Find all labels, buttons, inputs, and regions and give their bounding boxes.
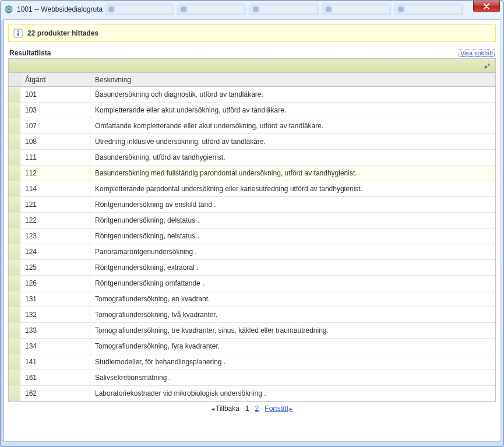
- pager-next[interactable]: Fortsätt: [265, 404, 292, 413]
- table-row[interactable]: 123Röntgenundersökning, helstatus .: [9, 228, 495, 244]
- cell-beskrivning: Basundersökning med fullständig parondon…: [90, 166, 495, 181]
- column-atgard[interactable]: Åtgärd: [20, 73, 90, 86]
- cell-beskrivning: Kompletterande eller akut undersökning, …: [90, 103, 495, 118]
- table-row[interactable]: 103Kompletterande eller akut undersöknin…: [9, 103, 495, 118]
- svg-point-2: [17, 30, 19, 32]
- table-row[interactable]: 112Basundersökning med fullständig paron…: [9, 166, 495, 181]
- table-row[interactable]: 122Röntgenundersökning, delstatus .: [9, 213, 495, 228]
- cell-beskrivning: Tomografiundersökning, tre kvadranter, s…: [90, 323, 495, 338]
- row-selector[interactable]: [9, 87, 20, 102]
- cell-atgard: 101: [20, 87, 90, 102]
- cell-atgard: 103: [20, 103, 90, 118]
- table-row[interactable]: 111Basundersökning, utförd av tandhygien…: [9, 150, 495, 166]
- table-row[interactable]: 161Salivsekretionsmätning .: [9, 370, 495, 386]
- left-dock-stub: [1, 20, 4, 442]
- table-row[interactable]: 133Tomografiundersökning, tre kvadranter…: [9, 323, 495, 339]
- cell-beskrivning: Tomografiundersökning, en kvadrant.: [90, 291, 495, 307]
- window-title: 1001 -- Webbsidedialogruta: [17, 5, 103, 13]
- table-row[interactable]: 134Tomografiundersökning, fyra kvadrante…: [9, 339, 495, 354]
- info-message: 22 produkter hittades: [27, 29, 98, 37]
- column-selector: [9, 73, 20, 86]
- cell-atgard: 141: [20, 354, 90, 369]
- row-selector[interactable]: [9, 276, 20, 291]
- cell-atgard: 114: [20, 181, 90, 196]
- cell-atgard: 131: [20, 291, 90, 307]
- list-title: Resultatlista: [9, 49, 51, 57]
- cell-beskrivning: Röntgenundersökning av enskild tand .: [90, 197, 495, 212]
- pager-page-2[interactable]: 2: [255, 404, 259, 413]
- titlebar: 1001 -- Webbsidedialogruta: [1, 1, 503, 18]
- ie-icon: [4, 5, 13, 14]
- cell-atgard: 162: [20, 386, 90, 401]
- cell-atgard: 125: [20, 260, 90, 275]
- row-selector[interactable]: [9, 370, 20, 385]
- row-selector[interactable]: [9, 354, 20, 369]
- row-selector[interactable]: [9, 181, 20, 196]
- show-search-link[interactable]: Visa sökfält: [459, 49, 495, 57]
- cell-beskrivning: Röntgenundersökning, extraoral .: [90, 260, 495, 275]
- cell-beskrivning: Basundersökning, utförd av tandhygienist…: [90, 150, 495, 165]
- pager-prev[interactable]: Tillbaka: [212, 404, 239, 413]
- table-row[interactable]: 131Tomografiundersökning, en kvadrant.: [9, 291, 495, 307]
- close-button[interactable]: [473, 1, 500, 12]
- row-selector[interactable]: [9, 134, 20, 149]
- table-row[interactable]: 114Kompletterande parodontal undersöknin…: [9, 181, 495, 197]
- row-selector[interactable]: [9, 103, 20, 118]
- cell-atgard: 122: [20, 213, 90, 228]
- table-row[interactable]: 101Basundersökning och diagnostik, utför…: [9, 87, 495, 103]
- cell-atgard: 133: [20, 323, 90, 338]
- cell-atgard: 124: [20, 244, 90, 259]
- row-selector[interactable]: [9, 150, 20, 165]
- row-selector[interactable]: [9, 213, 20, 228]
- table-row[interactable]: 126Röntgenundersökning omfattande .: [9, 276, 495, 291]
- row-selector[interactable]: [9, 197, 20, 212]
- row-selector[interactable]: [9, 339, 20, 354]
- close-icon: [483, 3, 490, 9]
- dialog-window: 1001 -- Webbsidedialogruta 22 produkter …: [0, 0, 504, 447]
- row-selector[interactable]: [9, 291, 20, 307]
- cell-beskrivning: Panoramaröntgenundersökning .: [90, 244, 495, 259]
- row-selector[interactable]: [9, 386, 20, 401]
- table-row[interactable]: 141Studiemodeller, för behandlingsplaner…: [9, 354, 495, 370]
- row-selector[interactable]: [9, 323, 20, 338]
- info-icon: [13, 29, 23, 38]
- cell-beskrivning: Kompletterande parodontal undersökning e…: [90, 181, 495, 196]
- cell-beskrivning: Salivsekretionsmätning .: [90, 370, 495, 385]
- row-selector[interactable]: [9, 228, 20, 244]
- cell-beskrivning: Omfattande kompletterande eller akut und…: [90, 118, 495, 133]
- table-row[interactable]: 107Omfattande kompletterande eller akut …: [9, 118, 495, 134]
- cell-beskrivning: Basundersökning och diagnostik, utförd a…: [90, 87, 495, 102]
- settings-icon[interactable]: [482, 61, 492, 71]
- result-list: Resultatlista Visa sökfält Åtgärd Beskri…: [8, 49, 496, 437]
- list-header-row: Resultatlista Visa sökfält: [8, 49, 496, 58]
- cell-beskrivning: Tomografiundersökning, fyra kvadranter.: [90, 339, 495, 354]
- content-area: 22 produkter hittades Resultatlista Visa…: [3, 19, 501, 442]
- table-row[interactable]: 162Laboratoriekostnader vid mikrobiologi…: [9, 386, 495, 402]
- cell-atgard: 134: [20, 339, 90, 354]
- row-selector[interactable]: [9, 307, 20, 322]
- cell-beskrivning: Tomografiundersökning, två kvadranter.: [90, 307, 495, 322]
- cell-beskrivning: Röntgenundersökning, delstatus .: [90, 213, 495, 228]
- row-selector[interactable]: [9, 244, 20, 259]
- pager-page-current: 1: [245, 404, 249, 413]
- pager: Tillbaka 1 2 Fortsätt: [8, 402, 496, 414]
- table-row[interactable]: 125Röntgenundersökning, extraoral .: [9, 260, 495, 276]
- table-row[interactable]: 132Tomografiundersökning, två kvadranter…: [9, 307, 495, 323]
- row-selector[interactable]: [9, 166, 20, 181]
- grid-toolbar: [9, 59, 495, 73]
- row-selector[interactable]: [9, 118, 20, 133]
- cell-atgard: 112: [20, 166, 90, 181]
- column-beskrivning[interactable]: Beskrivning: [90, 73, 495, 86]
- cell-atgard: 123: [20, 228, 90, 244]
- cell-beskrivning: Studiemodeller, för behandlingsplanering…: [90, 354, 495, 369]
- row-selector[interactable]: [9, 260, 20, 275]
- cell-beskrivning: Laboratoriekostnader vid mikrobiologisk …: [90, 386, 495, 401]
- grid-body: 101Basundersökning och diagnostik, utför…: [9, 87, 495, 402]
- cell-atgard: 161: [20, 370, 90, 385]
- table-row[interactable]: 121Röntgenundersökning av enskild tand .: [9, 197, 495, 213]
- info-banner: 22 produkter hittades: [8, 24, 496, 42]
- table-row[interactable]: 124Panoramaröntgenundersökning .: [9, 244, 495, 260]
- cell-atgard: 132: [20, 307, 90, 322]
- cell-beskrivning: Röntgenundersökning, helstatus .: [90, 228, 495, 244]
- table-row[interactable]: 108Utredning inklusive undersökning, utf…: [9, 134, 495, 150]
